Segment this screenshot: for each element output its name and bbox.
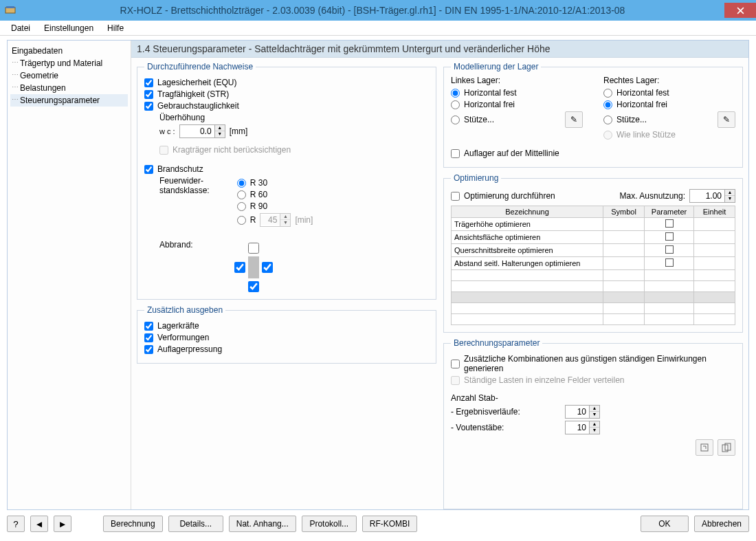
label-feuer: Feuerwider- standsklasse: [159, 176, 210, 229]
opt-chk-1[interactable] [665, 232, 674, 241]
rfkombi-button[interactable]: RF-KOMBI [362, 516, 418, 532]
chk-str[interactable]: Tragfähigkeit (STR) [144, 89, 429, 99]
chk-staendige-lasten: Ständige Lasten in einzelne Felder verte… [451, 375, 735, 385]
berechnung-button[interactable]: Berechnung [103, 516, 163, 532]
copy-icon[interactable] [718, 439, 735, 456]
label-brand: Brandschutz [157, 164, 203, 174]
menu-bar: Datei Einstellungen Hilfe [0, 21, 756, 36]
opt-chk-0[interactable] [665, 219, 674, 228]
app-icon [0, 0, 21, 21]
radio-r90[interactable]: R 90 [237, 201, 313, 211]
radio-right-wielinke: Wie linke Stütze [603, 130, 735, 140]
group-ber: Berechnungsparameter Zusätzliche Kombina… [443, 338, 743, 509]
title-bar: RX-HOLZ - Brettschichtholzträger - 2.03.… [0, 0, 756, 21]
window-title: RX-HOLZ - Brettschichtholzträger - 2.03.… [21, 5, 724, 16]
legend-ber: Berechnungsparameter [451, 338, 542, 348]
table-row: Abstand seitl. Halterungen optimieren [452, 257, 735, 270]
input-max-ausnutzung[interactable]: ▲▼ [689, 189, 735, 203]
label-wc: w c : [159, 127, 175, 135]
menu-help[interactable]: Hilfe [100, 22, 131, 34]
tree-geometrie[interactable]: Geometrie [10, 69, 128, 82]
label-vouten: - Voutenstäbe: [451, 423, 561, 432]
chk-lagerkraefte[interactable]: Lagerkräfte [144, 321, 429, 331]
legend-zusatz: Zusätzlich ausgeben [144, 305, 225, 315]
bottom-bar: ? ◄ ► Berechnung Details... Nat. Anhang.… [0, 510, 756, 539]
nat-anhang-button[interactable]: Nat. Anhang... [229, 516, 296, 532]
tree-belastungen[interactable]: Belastungen [10, 82, 128, 94]
radio-right-hfrei[interactable]: Horizontal frei [603, 100, 735, 109]
help-button[interactable]: ? [7, 516, 25, 532]
table-row: Trägerhöhe optimieren [452, 218, 735, 231]
label-krag: Kragträger nicht berücksichtigen [173, 145, 291, 155]
stuetze-right-edit-icon[interactable]: ✎ [718, 111, 735, 128]
opt-chk-2[interactable] [665, 245, 674, 254]
radio-rcustom[interactable]: R ▲▼ [min] [237, 213, 313, 227]
label-equ: Lagesicherheit (EQU) [157, 78, 236, 87]
group-zusatz: Zusätzlich ausgeben Lagerkräfte Verformu… [137, 305, 436, 364]
chk-equ[interactable]: Lagesicherheit (EQU) [144, 78, 429, 87]
chk-brand[interactable]: Brandschutz [144, 164, 429, 174]
spin-up-icon[interactable]: ▲ [215, 125, 225, 131]
opt-table: BezeichnungSymbolParameterEinheit Träger… [451, 206, 735, 325]
label-anzahl-stab: Anzahl Stab- [451, 393, 735, 403]
label-right-lager: Rechtes Lager: [603, 76, 735, 85]
label-left-lager: Linkes Lager: [451, 76, 583, 85]
radio-right-hfest[interactable]: Horizontal fest [603, 88, 735, 98]
chk-geb[interactable]: Gebrauchstauglichkeit [144, 101, 429, 111]
svg-rect-2 [701, 444, 708, 451]
table-row: Querschnittsbreite optimieren [452, 244, 735, 257]
label-abbrand: Abbrand: [159, 240, 193, 292]
group-opt: Optimierung Optimierung durchführen Max.… [443, 173, 743, 333]
label-max-ausnutzung: Max. Ausnutzung: [620, 191, 685, 201]
abbrand-bottom[interactable] [248, 281, 259, 292]
svg-rect-1 [6, 6, 14, 8]
details-button[interactable]: Details... [168, 516, 223, 532]
abbrand-left[interactable] [234, 256, 245, 278]
group-lager: Modellierung der Lager Linkes Lager: Hor… [443, 62, 743, 168]
menu-settings[interactable]: Einstellungen [37, 22, 100, 34]
radio-left-stuetze[interactable]: Stütze... [451, 115, 494, 124]
close-button[interactable] [724, 3, 756, 18]
page-title: 1.4 Steuerungsparameter - Satteldachträg… [131, 41, 748, 58]
tree-steuerungsparameter[interactable]: Steuerungsparameter [10, 94, 128, 107]
radio-right-stuetze[interactable]: Stütze... [603, 115, 647, 124]
svg-rect-0 [5, 8, 15, 13]
chk-mittellinie[interactable]: Auflager auf der Mittellinie [451, 148, 735, 158]
abbrand-top[interactable] [248, 243, 259, 254]
input-wc[interactable]: ▲▼ [179, 124, 225, 138]
label-ueberh: Überhöhung [159, 113, 429, 122]
radio-r30[interactable]: R 30 [237, 178, 313, 188]
chk-verformungen[interactable]: Verformungen [144, 333, 429, 342]
stuetze-left-edit-icon[interactable]: ✎ [565, 111, 583, 128]
input-vouten[interactable]: ▲▼ [565, 421, 600, 434]
abbrand-diagram [234, 243, 273, 292]
radio-r60[interactable]: R 60 [237, 190, 313, 199]
export-icon[interactable] [696, 439, 713, 456]
unit-wc: [mm] [230, 126, 248, 136]
radio-left-hfrei[interactable]: Horizontal frei [451, 100, 583, 109]
tree-root[interactable]: Eingabedaten [10, 45, 128, 57]
label-ergebnis: - Ergebnisverläufe: [451, 407, 561, 417]
label-geb: Gebrauchstauglichkeit [157, 101, 239, 111]
radio-left-hfest[interactable]: Horizontal fest [451, 88, 583, 98]
chk-opt-do[interactable]: Optimierung durchführen [451, 191, 555, 201]
nav-tree: Eingabedaten Trägertyp und Material Geom… [8, 41, 131, 509]
chk-krag: Kragträger nicht berücksichtigen [159, 145, 429, 155]
group-nachweise: Durchzuführende Nachweise Lagesicherheit… [137, 62, 436, 300]
input-ergebnis[interactable]: ▲▼ [565, 405, 600, 419]
next-button[interactable]: ► [54, 516, 71, 532]
chk-zus-komb[interactable]: Zusätzliche Kombinationen aus günstigen … [451, 354, 735, 373]
label-str: Tragfähigkeit (STR) [157, 89, 229, 99]
opt-chk-3[interactable] [665, 258, 674, 267]
prev-button[interactable]: ◄ [30, 516, 48, 532]
chk-auflagerpressung[interactable]: Auflagerpressung [144, 344, 429, 354]
ok-button[interactable]: OK [641, 516, 689, 532]
cancel-button[interactable]: Abbrechen [694, 516, 749, 532]
menu-file[interactable]: Datei [4, 22, 37, 34]
tree-traegertyp[interactable]: Trägertyp und Material [10, 57, 128, 69]
protokoll-button[interactable]: Protokoll... [302, 516, 357, 532]
table-row: Ansichtsfläche optimieren [452, 231, 735, 244]
legend-opt: Optimierung [451, 173, 501, 183]
abbrand-right[interactable] [262, 256, 273, 278]
spin-down-icon[interactable]: ▼ [215, 131, 225, 137]
